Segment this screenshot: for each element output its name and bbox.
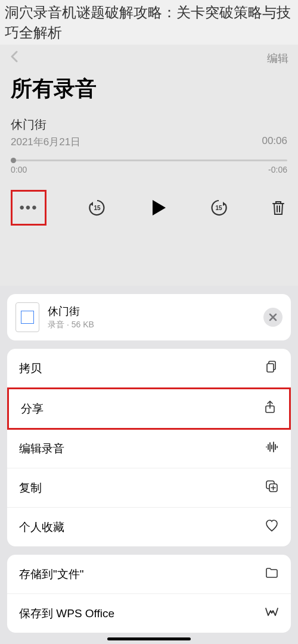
action-label: 拷贝: [19, 361, 42, 376]
action-favorite[interactable]: 个人收藏: [7, 508, 291, 546]
action-label: 编辑录音: [19, 441, 64, 457]
back-button[interactable]: [10, 49, 19, 67]
voice-memos-screen: 编辑 所有录音 休门街 2021年6月21日 00:06 0:00 -0:06 …: [0, 45, 298, 243]
action-label: 保存到 WPS Office: [19, 606, 114, 621]
action-duplicate[interactable]: 复制: [7, 468, 291, 508]
skip-forward-15-button[interactable]: 15: [209, 198, 229, 218]
edit-button[interactable]: 编辑: [267, 51, 288, 65]
action-label: 分享: [21, 401, 44, 417]
close-sheet-button[interactable]: [263, 308, 283, 327]
play-button[interactable]: [148, 198, 168, 218]
delete-button[interactable]: [269, 199, 287, 217]
nav-bar: 编辑: [0, 45, 298, 70]
wps-icon: [265, 605, 279, 622]
svg-text:15: 15: [215, 205, 222, 211]
action-share[interactable]: 分享: [7, 387, 291, 430]
recording-name: 休门街: [11, 117, 287, 133]
skip-back-15-button[interactable]: 15: [87, 198, 107, 218]
more-options-button[interactable]: •••: [11, 190, 46, 226]
action-save-to-wps[interactable]: 保存到 WPS Office: [7, 594, 291, 633]
action-list-2: 存储到"文件" 保存到 WPS Office: [7, 555, 291, 633]
home-indicator[interactable]: [107, 637, 191, 640]
playback-scrubber[interactable]: 0:00 -0:06: [0, 149, 298, 178]
action-list: 拷贝 分享 编辑录音 复制 个人收藏: [7, 349, 291, 546]
action-save-to-files[interactable]: 存储到"文件": [7, 555, 291, 594]
article-title: 洞穴录音机谜题破解攻略：关卡突破策略与技巧全解析: [0, 0, 298, 45]
current-time: 0:00: [11, 165, 27, 174]
action-copy[interactable]: 拷贝: [7, 349, 291, 388]
svg-text:15: 15: [94, 205, 101, 211]
file-meta: 录音 · 56 KB: [48, 320, 255, 330]
action-edit-recording[interactable]: 编辑录音: [7, 429, 291, 468]
recording-date: 2021年6月21日: [11, 135, 80, 149]
action-sheet: 休门街 录音 · 56 KB 拷贝 分享 编辑录音 复制 个人收藏: [0, 286, 298, 644]
action-label: 复制: [19, 480, 42, 496]
copy-icon: [265, 359, 279, 377]
heart-icon: [265, 518, 279, 536]
remaining-time: -0:06: [268, 165, 287, 174]
scrubber-thumb[interactable]: [11, 158, 16, 163]
file-name: 休门街: [48, 304, 255, 318]
file-icon: [15, 302, 39, 332]
duplicate-icon: [265, 479, 279, 496]
svg-rect-3: [267, 364, 274, 372]
recording-item[interactable]: 休门街 2021年6月21日 00:06: [0, 114, 298, 149]
share-icon: [263, 400, 277, 417]
recording-duration: 00:06: [262, 135, 287, 149]
action-label: 存储到"文件": [19, 567, 84, 582]
sheet-header: 休门街 录音 · 56 KB: [7, 294, 291, 340]
page-title: 所有录音: [0, 70, 298, 114]
folder-icon: [265, 565, 279, 583]
playback-controls: ••• 15 15: [0, 178, 298, 243]
action-label: 个人收藏: [19, 520, 64, 535]
waveform-icon: [265, 440, 279, 457]
